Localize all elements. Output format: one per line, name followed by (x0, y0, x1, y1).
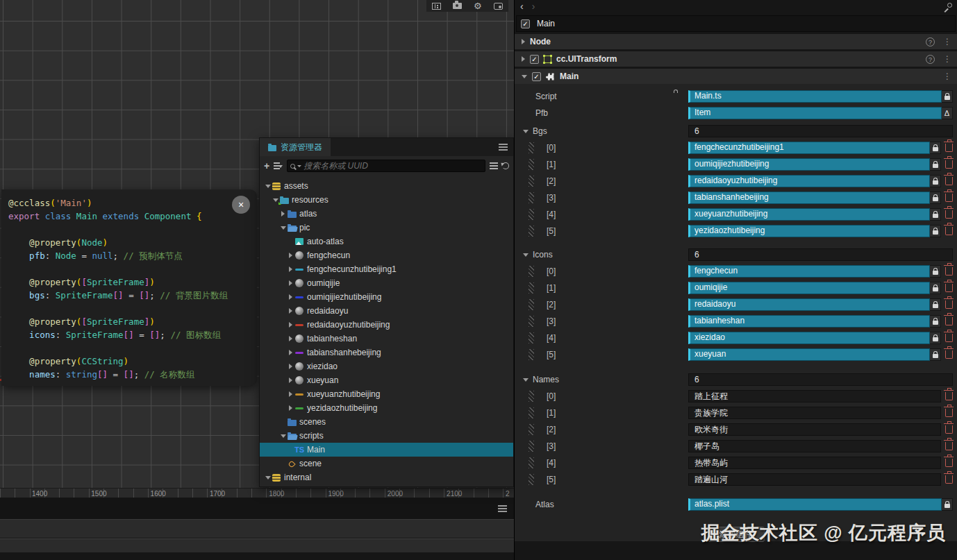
chevron-right-icon[interactable] (287, 322, 294, 328)
tree-item-scripts[interactable]: scripts (260, 429, 513, 443)
chevron-down-icon[interactable] (279, 226, 287, 230)
node-active-checkbox[interactable] (521, 19, 530, 28)
tree-item-xueyuan[interactable]: xueyuan (260, 373, 513, 387)
section-uitransform[interactable]: cc.UITransform ? ⋮ (515, 51, 957, 67)
spriteframe-type-icon[interactable] (930, 192, 941, 204)
chevron-down-icon[interactable] (522, 75, 527, 78)
chevron-right-icon[interactable] (287, 391, 294, 397)
delete-icon[interactable] (945, 300, 953, 309)
back-arrow-icon[interactable]: ‹ (520, 1, 524, 11)
drag-handle[interactable] (529, 266, 534, 277)
chevron-right-icon[interactable] (287, 336, 294, 341)
drag-handle[interactable] (529, 424, 534, 435)
tree-item-main[interactable]: Main (260, 443, 513, 457)
delete-icon[interactable] (945, 227, 953, 235)
tree-item-pic[interactable]: pic (260, 221, 513, 235)
spriteframe-type-icon[interactable] (930, 142, 941, 154)
drag-handle[interactable] (529, 159, 534, 170)
drag-handle[interactable] (529, 332, 534, 343)
camera-icon[interactable] (453, 3, 462, 9)
chevron-right-icon[interactable] (287, 350, 294, 355)
chevron-right-icon[interactable] (279, 211, 287, 217)
tree-item-auto-atlas[interactable]: auto-atlas (260, 235, 513, 248)
section-main-component[interactable]: Main ⋮ (515, 69, 957, 84)
drag-handle[interactable] (529, 176, 534, 187)
delete-icon[interactable] (945, 350, 953, 359)
drag-handle[interactable] (529, 192, 534, 203)
tree-item-xiezidao[interactable]: xiezidao (260, 359, 513, 373)
tree-item-scenes[interactable]: scenes (260, 415, 513, 429)
chevron-right-icon[interactable] (287, 266, 294, 272)
bgs-count-field[interactable]: 6 (688, 125, 953, 137)
tree-item-yezidaozhutibeijing[interactable]: yezidaozhutibeijing (260, 401, 513, 415)
drag-handle[interactable] (529, 209, 534, 220)
chevron-down-icon[interactable] (523, 253, 529, 257)
chevron-down-icon[interactable] (523, 130, 529, 133)
drag-handle[interactable] (529, 474, 534, 485)
chevron-right-icon[interactable] (287, 280, 294, 286)
help-icon[interactable]: ? (926, 55, 935, 64)
node-name[interactable]: Main (537, 19, 555, 28)
icons-field-4[interactable]: xiezidao (688, 332, 930, 344)
delete-icon[interactable] (945, 317, 953, 325)
delete-icon[interactable] (945, 425, 953, 434)
forward-arrow-icon[interactable]: › (532, 1, 535, 11)
aspect-icon[interactable] (432, 3, 441, 10)
drag-handle[interactable] (529, 407, 534, 418)
icons-field-3[interactable]: tabianheshan (688, 315, 930, 328)
delete-icon[interactable] (945, 392, 953, 400)
tree-item-atlas[interactable]: atlas (260, 207, 513, 221)
chevron-right-icon[interactable] (287, 253, 294, 258)
drag-handle[interactable] (529, 441, 534, 452)
chevron-right-icon[interactable] (522, 39, 525, 44)
spriteframe-type-icon[interactable] (930, 208, 941, 221)
atlas-asset-field[interactable]: atlas.plist (688, 498, 942, 511)
chevron-right-icon[interactable] (287, 364, 294, 369)
names-field-0[interactable]: 踏上征程 (688, 390, 941, 402)
kebab-menu-icon[interactable]: ⋮ (943, 55, 951, 63)
tree-item-redaidaoyu[interactable]: redaidaoyu (260, 304, 513, 318)
spriteframe-type-icon[interactable] (930, 348, 941, 361)
add-icon[interactable]: + (264, 161, 269, 171)
drag-handle[interactable] (529, 282, 534, 294)
icons-field-5[interactable]: xueyuan (688, 348, 930, 361)
prefab-type-icon[interactable]: Δ (942, 107, 953, 119)
tree-item-internal[interactable]: internal (260, 470, 513, 484)
tree-item-fengchecunzhutibeijing1[interactable]: fengchecunzhutibeijing1 (260, 262, 513, 276)
atlas-type-icon[interactable] (942, 498, 953, 511)
kebab-menu-icon[interactable]: ⋮ (943, 72, 951, 80)
delete-icon[interactable] (945, 334, 953, 342)
bgs-field-3[interactable]: tabianshanhebeijing (688, 192, 930, 204)
uitransform-enabled-checkbox[interactable] (530, 55, 539, 64)
tree-item-scene[interactable]: scene (260, 457, 513, 470)
spriteframe-type-icon[interactable] (930, 265, 941, 278)
menu-icon[interactable] (498, 505, 507, 507)
capture-icon[interactable] (494, 3, 503, 10)
kebab-menu-icon[interactable]: ⋮ (943, 37, 951, 46)
delete-icon[interactable] (945, 144, 953, 152)
delete-icon[interactable] (945, 267, 953, 275)
chevron-down-icon[interactable] (279, 434, 287, 438)
tree-item-oumiqijie[interactable]: oumiqijie (260, 276, 513, 290)
chevron-right-icon[interactable] (287, 377, 294, 383)
drag-handle[interactable] (529, 226, 534, 237)
gear-icon[interactable]: ⚙ (474, 1, 482, 10)
spriteframe-type-icon[interactable] (930, 298, 941, 311)
script-type-icon[interactable] (942, 90, 953, 103)
drag-handle[interactable] (529, 391, 534, 402)
tree-item-redaidaoyuzhutibeijing[interactable]: redaidaoyuzhutibeijing (260, 318, 513, 332)
menu-icon[interactable] (499, 144, 508, 145)
tree-item-xueyuanzhutibeijing[interactable]: xueyuanzhutibeijing (260, 387, 513, 401)
names-field-4[interactable]: 热带岛屿 (688, 457, 941, 469)
icons-field-0[interactable]: fengchecun (688, 265, 930, 278)
spriteframe-type-icon[interactable] (930, 315, 941, 328)
pfb-asset-field[interactable]: Item (688, 107, 942, 119)
delete-icon[interactable] (945, 459, 953, 467)
close-icon[interactable]: × (232, 196, 250, 214)
delete-icon[interactable] (945, 177, 953, 185)
script-asset-field[interactable]: Main.ts (688, 90, 942, 103)
chevron-right-icon[interactable] (287, 294, 294, 300)
names-field-2[interactable]: 欧米奇街 (688, 423, 941, 436)
tree-item-oumiqijiezhutibeijing[interactable]: oumiqijiezhutibeijing (260, 290, 513, 304)
bgs-field-0[interactable]: fengchecunzhutibeijing1 (688, 142, 930, 154)
